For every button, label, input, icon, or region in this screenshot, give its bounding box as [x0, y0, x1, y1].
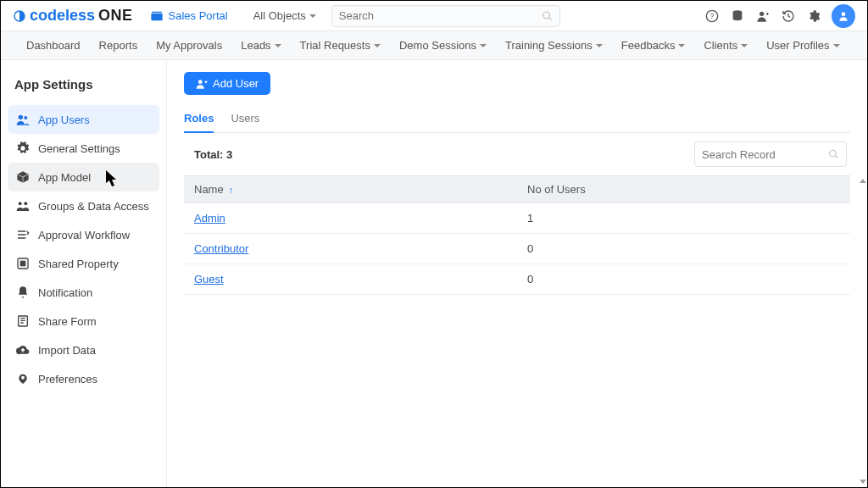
nav-dashboard[interactable]: Dashboard: [26, 39, 81, 52]
main-nav: DashboardReportsMy ApprovalsLeadsTrial R…: [1, 31, 867, 60]
role-link[interactable]: Contributor: [194, 242, 248, 255]
caret-down-icon: [374, 44, 381, 47]
nav-user-profiles[interactable]: User Profiles: [766, 39, 839, 52]
role-count: 0: [517, 234, 850, 264]
sidebar-item-label: App Model: [38, 171, 91, 184]
nav-trial-requests[interactable]: Trial Requests: [300, 39, 381, 52]
database-icon[interactable]: [730, 8, 745, 24]
bell-icon: [16, 286, 30, 299]
portal-selector[interactable]: Sales Portal: [150, 9, 228, 23]
scroll-up-icon: [860, 179, 866, 183]
sidebar-item-app-model[interactable]: App Model: [8, 163, 159, 191]
total-count: Total: 3: [194, 148, 232, 161]
sidebar-item-label: App Users: [38, 114, 90, 126]
svg-point-8: [19, 202, 22, 205]
gear-icon[interactable]: [806, 8, 821, 24]
portal-name: Sales Portal: [169, 9, 228, 22]
role-link[interactable]: Guest: [194, 273, 224, 286]
sidebar-item-import-data[interactable]: Import Data: [8, 336, 159, 364]
content-panel: Add User RolesUsers Total: 3 Name↑ No of…: [167, 60, 867, 487]
sidebar-item-preferences[interactable]: Preferences: [8, 364, 159, 393]
nav-training-sessions[interactable]: Training Sessions: [505, 39, 603, 52]
workflow-icon: [16, 228, 30, 241]
search-icon: [828, 148, 839, 160]
table-row: Contributor0: [184, 234, 850, 264]
sidebar-item-label: Shared Property: [38, 258, 119, 270]
caret-down-icon: [833, 44, 840, 47]
caret-down-icon: [596, 44, 603, 47]
add-user-label: Add User: [213, 77, 259, 90]
record-search[interactable]: [694, 141, 847, 167]
caret-down-icon: [275, 44, 281, 47]
sidebar-title: App Settings: [8, 74, 159, 105]
groups-icon: [16, 199, 30, 213]
svg-point-14: [198, 80, 203, 84]
nav-feedbacks[interactable]: Feedbacks: [621, 39, 686, 52]
nav-reports[interactable]: Reports: [99, 39, 138, 52]
global-search-input[interactable]: [339, 9, 542, 22]
svg-point-5: [842, 12, 846, 16]
history-icon[interactable]: [781, 8, 796, 24]
table-row: Admin1: [184, 203, 850, 234]
users-icon: [16, 113, 30, 126]
sidebar-item-label: Share Form: [38, 315, 97, 328]
avatar[interactable]: [832, 4, 855, 28]
search-icon: [542, 10, 553, 22]
nav-leads[interactable]: Leads: [241, 39, 281, 52]
caret-down-icon: [741, 44, 748, 47]
svg-point-13: [21, 376, 25, 380]
sidebar-item-groups-data-access[interactable]: Groups & Data Access: [8, 191, 159, 220]
col-name[interactable]: Name↑: [184, 176, 517, 203]
sidebar-item-general-settings[interactable]: General Settings: [8, 134, 159, 163]
sidebar: App Settings App UsersGeneral SettingsAp…: [1, 60, 167, 487]
table-row: Guest0: [184, 264, 850, 295]
sort-asc-icon: ↑: [229, 185, 234, 195]
sidebar-item-notification[interactable]: Notification: [8, 278, 159, 307]
app-logo[interactable]: codelessONE: [13, 7, 133, 25]
sidebar-item-label: Preferences: [38, 373, 97, 385]
object-selector-label: All Objects: [253, 9, 306, 22]
svg-rect-11: [20, 261, 26, 267]
svg-point-7: [24, 116, 27, 119]
role-count: 0: [517, 264, 850, 295]
svg-point-6: [19, 115, 23, 119]
caret-down-icon: [309, 14, 316, 18]
nav-my-approvals[interactable]: My Approvals: [156, 39, 222, 52]
object-selector[interactable]: All Objects: [248, 6, 321, 25]
record-search-input[interactable]: [702, 148, 828, 161]
gear-icon: [16, 141, 30, 155]
global-search[interactable]: [331, 5, 560, 27]
sidebar-item-label: Approval Workflow: [38, 229, 130, 241]
svg-text:?: ?: [710, 12, 715, 20]
sidebar-item-share-form[interactable]: Share Form: [8, 307, 159, 336]
role-count: 1: [517, 203, 850, 234]
cube-icon: [16, 170, 30, 184]
scrollbar[interactable]: [859, 179, 867, 484]
nav-demo-sessions[interactable]: Demo Sessions: [399, 39, 487, 52]
scroll-down-icon: [860, 480, 866, 484]
sidebar-item-label: Notification: [38, 286, 92, 299]
sidebar-item-approval-workflow[interactable]: Approval Workflow: [8, 220, 159, 249]
preferences-icon: [16, 372, 30, 385]
sidebar-item-label: General Settings: [38, 142, 120, 155]
form-icon: [16, 314, 30, 328]
user-plus-icon: [196, 78, 208, 90]
roles-table: Name↑ No of Users Admin1Contributor0Gues…: [184, 175, 850, 295]
sidebar-item-label: Import Data: [38, 344, 96, 357]
logo-text-suffix: ONE: [98, 7, 133, 25]
caret-down-icon: [678, 44, 685, 47]
col-count[interactable]: No of Users: [517, 176, 850, 203]
property-icon: [16, 257, 30, 270]
help-icon[interactable]: ?: [704, 8, 720, 24]
svg-point-9: [24, 202, 27, 205]
tab-roles[interactable]: Roles: [184, 107, 214, 133]
svg-point-4: [760, 11, 764, 15]
user-add-icon[interactable]: [755, 8, 771, 24]
sidebar-item-app-users[interactable]: App Users: [8, 105, 159, 134]
logo-text-prefix: codeless: [30, 7, 95, 25]
tab-users[interactable]: Users: [231, 107, 259, 132]
add-user-button[interactable]: Add User: [184, 72, 270, 95]
nav-clients[interactable]: Clients: [704, 39, 748, 52]
sidebar-item-shared-property[interactable]: Shared Property: [8, 249, 159, 278]
role-link[interactable]: Admin: [194, 212, 225, 225]
